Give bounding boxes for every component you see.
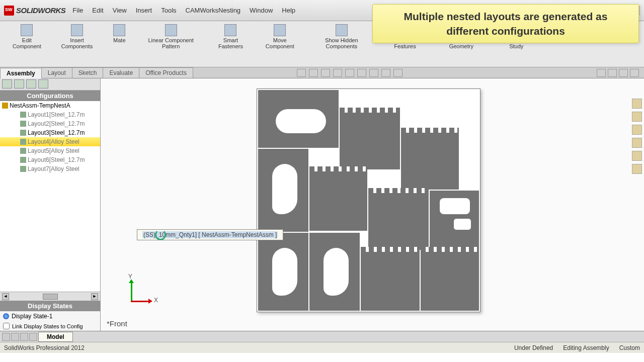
restore-icon[interactable] (608, 69, 617, 77)
config-label: Layout7[Alloy Steel (28, 165, 79, 172)
config-item-3[interactable]: Layout3[Steel_12.7m (0, 128, 100, 137)
cutout (272, 164, 297, 214)
tab-evaluate[interactable]: Evaluate (103, 67, 139, 78)
maximize-icon[interactable] (619, 69, 628, 77)
ribbon-edit-component[interactable]: Edit Component (4, 23, 50, 50)
config-item-2[interactable]: Layout2[Steel_12.7m (0, 119, 100, 128)
custom-props-icon[interactable] (632, 164, 642, 174)
view-palette-icon[interactable] (632, 138, 642, 148)
assembly-icon (2, 103, 8, 109)
config-manager-icon[interactable] (26, 79, 36, 88)
tab-assembly[interactable]: Assembly (0, 68, 42, 78)
scroll-left-icon[interactable]: ◄ (2, 293, 9, 300)
scroll-thumb[interactable] (43, 294, 58, 300)
dimxpert-icon[interactable] (38, 79, 48, 88)
part-teeth (421, 247, 479, 252)
ribbon-insert-components[interactable]: Insert Components (51, 23, 104, 50)
nest-sheet (257, 88, 480, 312)
appearances-icon[interactable] (632, 151, 642, 161)
linear-pattern-icon (165, 24, 177, 36)
menu-window[interactable]: Window (250, 7, 273, 14)
hide-show-icon[interactable] (357, 69, 366, 77)
next-tab-icon[interactable] (20, 333, 28, 341)
ribbon-mate[interactable]: Mate (104, 23, 134, 44)
menu-camworks[interactable]: CAMWorksNesting (186, 7, 241, 14)
display-state-icon (3, 313, 9, 319)
design-library-icon[interactable] (632, 112, 642, 122)
file-explorer-icon[interactable] (632, 125, 642, 135)
ribbon-linear-pattern[interactable]: Linear Component Pattern (135, 23, 206, 50)
menu-file[interactable]: File (72, 7, 83, 14)
status-editing: Editing Assembly (563, 344, 609, 351)
solidworks-icon (4, 6, 14, 16)
nested-part (258, 90, 339, 148)
zoom-fit-icon[interactable] (297, 69, 306, 77)
config-icon (20, 112, 26, 118)
nested-part (401, 132, 459, 190)
scroll-right-icon[interactable]: ► (91, 293, 98, 300)
view-orientation-label: *Front (107, 319, 127, 328)
prev-tab-icon[interactable] (11, 333, 19, 341)
config-icon (20, 148, 26, 154)
part-teeth (309, 166, 367, 171)
ribbon-move-component[interactable]: Move Component (255, 23, 305, 50)
move-component-icon (274, 24, 286, 36)
main-menu: File Edit View Insert Tools CAMWorksNest… (72, 7, 295, 14)
nested-part (368, 192, 429, 250)
task-pane (632, 99, 642, 174)
busy-cursor-icon (155, 229, 166, 240)
close-icon[interactable] (630, 69, 639, 77)
minimize-icon[interactable] (597, 69, 606, 77)
menu-help[interactable]: Help (282, 7, 295, 14)
app-name: SOLIDWORKS (16, 6, 65, 15)
resources-icon[interactable] (632, 99, 642, 109)
command-tabs: Assembly Layout Sketch Evaluate Office P… (0, 67, 644, 78)
ribbon-smart-fasteners[interactable]: Smart Fasteners (207, 23, 254, 50)
prev-view-icon[interactable] (321, 69, 330, 77)
nested-part (430, 191, 479, 248)
section-view-icon[interactable] (333, 69, 342, 77)
motion-tabs: Model (0, 331, 644, 342)
config-root[interactable]: NestAssm-TempNestA (0, 101, 100, 110)
config-item-1[interactable]: Layout1[Steel_12.7m (0, 110, 100, 119)
config-label: Layout6[Steel_12.7m (28, 156, 85, 163)
model-tab[interactable]: Model (38, 332, 73, 342)
part-teeth (361, 247, 420, 252)
show-hidden-icon (336, 24, 348, 36)
tab-layout[interactable]: Layout (41, 67, 72, 78)
menu-tools[interactable]: Tools (161, 7, 176, 14)
scene-icon[interactable] (381, 69, 390, 77)
link-ds-checkbox[interactable] (3, 323, 10, 329)
nested-part (309, 233, 360, 311)
config-icon (20, 139, 26, 145)
zoom-area-icon[interactable] (309, 69, 318, 77)
view-settings-icon[interactable] (393, 69, 403, 77)
mate-icon (113, 24, 125, 36)
config-item-4[interactable]: Layout4[Alloy Steel (0, 137, 100, 146)
menu-view[interactable]: View (113, 7, 127, 14)
graphics-viewport[interactable]: (SS)_10mm_Qnty1] [ NestAssm-TempNestAssm… (101, 78, 644, 331)
config-item-5[interactable]: Layout5[Alloy Steel (0, 146, 100, 155)
tree-scrollbar[interactable]: ◄ ► (0, 292, 100, 301)
config-item-7[interactable]: Layout7[Alloy Steel (0, 164, 100, 173)
display-state-item[interactable]: Display State-1 (0, 311, 100, 321)
config-label: Layout2[Steel_12.7m (28, 120, 85, 127)
feature-tree-icon[interactable] (2, 79, 12, 88)
ribbon-show-hidden[interactable]: Show Hidden Components (306, 23, 377, 50)
part-teeth (401, 128, 459, 133)
config-icon (20, 121, 26, 127)
tab-office[interactable]: Office Products (139, 67, 193, 78)
tab-sketch[interactable]: Sketch (72, 67, 104, 78)
property-manager-icon[interactable] (14, 79, 24, 88)
last-tab-icon[interactable] (29, 333, 37, 341)
config-icon (20, 166, 26, 172)
appearance-icon[interactable] (369, 69, 378, 77)
configurations-header: Configurations (0, 90, 100, 101)
menu-insert[interactable]: Insert (136, 7, 152, 14)
config-item-6[interactable]: Layout6[Steel_12.7m (0, 155, 100, 164)
display-style-icon[interactable] (345, 69, 354, 77)
first-tab-icon[interactable] (2, 333, 10, 341)
nested-part (258, 233, 308, 311)
x-axis (131, 301, 151, 302)
menu-edit[interactable]: Edit (92, 7, 103, 14)
